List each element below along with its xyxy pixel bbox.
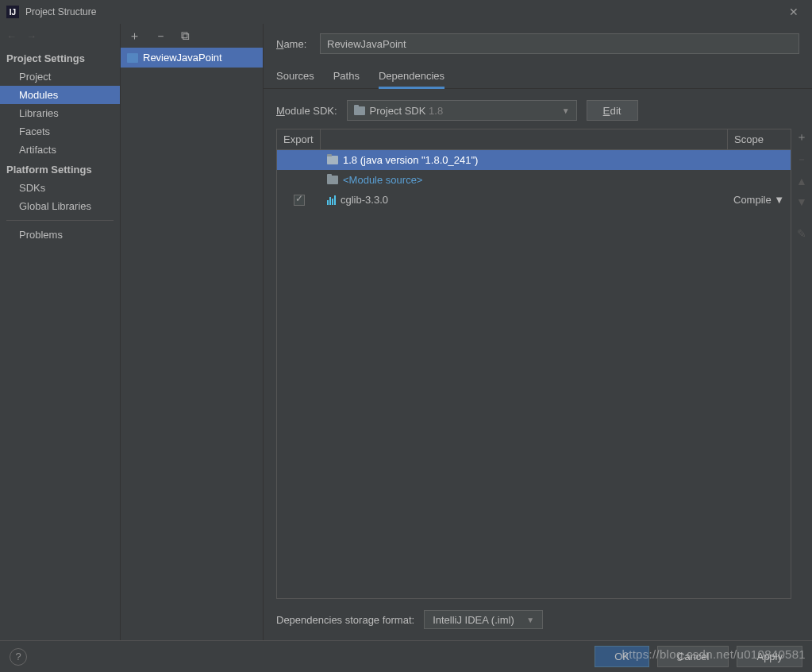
forward-icon[interactable]: →: [26, 30, 37, 42]
sidebar-item-project[interactable]: Project: [0, 68, 120, 86]
module-list-panel: ＋ － ⧉ ReviewJavaPoint: [121, 24, 264, 640]
tab-paths[interactable]: Paths: [333, 65, 360, 88]
sidebar-item-artifacts[interactable]: Artifacts: [0, 141, 120, 159]
folder-icon: [354, 106, 365, 115]
module-name-input[interactable]: [320, 33, 799, 54]
sdk-value: Project SDK 1.8: [370, 105, 557, 117]
sidebar-item-sdks[interactable]: SDKs: [0, 179, 120, 197]
module-sdk-select[interactable]: Project SDK 1.8 ▼: [347, 100, 577, 121]
sidebar-item-modules[interactable]: Modules: [0, 86, 120, 104]
name-label: Name:: [276, 38, 312, 50]
dep-row-source[interactable]: <Module source>: [277, 170, 791, 190]
dep-label: 1.8 (java version "1.8.0_241"): [343, 154, 478, 166]
add-dep-icon[interactable]: ＋: [796, 130, 807, 145]
storage-label: Dependencies storage format:: [276, 614, 414, 626]
tab-dependencies[interactable]: Dependencies: [379, 65, 444, 88]
remove-dep-icon[interactable]: －: [796, 153, 807, 167]
tab-sources[interactable]: Sources: [276, 65, 314, 88]
folder-icon: [327, 176, 338, 184]
edit-dep-icon[interactable]: ✎: [797, 227, 806, 240]
nav-arrows: ← →: [0, 24, 120, 48]
module-label: ReviewJavaPoint: [143, 52, 222, 64]
header-export[interactable]: Export: [277, 129, 321, 149]
chevron-down-icon: ▼: [562, 106, 570, 115]
table-header: Export Scope: [277, 129, 791, 150]
module-icon: [127, 53, 138, 63]
export-checkbox[interactable]: [294, 195, 305, 206]
edit-sdk-button[interactable]: Edit: [587, 100, 638, 121]
library-icon: [327, 195, 336, 205]
dep-row-lib[interactable]: cglib-3.3.0 Compile ▼: [277, 190, 791, 210]
section-platform-settings: Platform Settings: [0, 159, 120, 179]
dialog-footer: ? OK Cancel Apply: [0, 640, 812, 672]
ok-button[interactable]: OK: [595, 646, 649, 667]
close-icon[interactable]: ✕: [782, 6, 806, 18]
dep-label: <Module source>: [343, 174, 422, 186]
section-project-settings: Project Settings: [0, 48, 120, 68]
remove-module-icon[interactable]: －: [155, 29, 167, 44]
storage-value: IntelliJ IDEA (.iml): [433, 614, 514, 626]
help-button[interactable]: ?: [10, 648, 27, 666]
scope-select[interactable]: Compile ▼: [727, 192, 791, 207]
dep-row-sdk[interactable]: 1.8 (java version "1.8.0_241"): [277, 150, 791, 170]
back-icon[interactable]: ←: [6, 30, 17, 42]
sidebar-item-facets[interactable]: Facets: [0, 122, 120, 141]
move-up-icon[interactable]: ▲: [796, 175, 807, 187]
sidebar-item-problems[interactable]: Problems: [0, 226, 120, 244]
module-item[interactable]: ReviewJavaPoint: [121, 48, 263, 68]
sdk-label: Module SDK:: [276, 105, 337, 117]
sidebar-item-libraries[interactable]: Libraries: [0, 104, 120, 122]
module-detail: Name: Sources Paths Dependencies Module …: [264, 24, 812, 640]
apply-button[interactable]: Apply: [737, 646, 802, 667]
window-title: Project Structure: [25, 6, 782, 17]
storage-format-select[interactable]: IntelliJ IDEA (.iml) ▼: [424, 610, 543, 629]
add-module-icon[interactable]: ＋: [129, 29, 140, 44]
module-toolbar: ＋ － ⧉: [121, 24, 263, 48]
settings-sidebar: ← → Project Settings Project Modules Lib…: [0, 24, 121, 640]
move-down-icon[interactable]: ▼: [796, 195, 807, 208]
header-name: [321, 129, 727, 149]
divider: [6, 220, 114, 221]
module-tabs: Sources Paths Dependencies: [264, 60, 812, 89]
titlebar: IJ Project Structure ✕: [0, 0, 812, 24]
dep-label: cglib-3.3.0: [341, 194, 388, 206]
chevron-down-icon: ▼: [526, 616, 534, 624]
dependencies-table: Export Scope 1.8 (java version "1.8.0_24…: [276, 129, 791, 599]
deps-side-tools: ＋ － ▲ ▼ ✎: [791, 129, 812, 599]
app-icon: IJ: [6, 6, 19, 18]
folder-icon: [327, 156, 338, 164]
copy-module-icon[interactable]: ⧉: [181, 29, 190, 43]
sidebar-item-global-libraries[interactable]: Global Libraries: [0, 197, 120, 215]
header-scope[interactable]: Scope: [727, 129, 791, 149]
cancel-button[interactable]: Cancel: [657, 646, 729, 667]
chevron-down-icon: ▼: [774, 194, 784, 206]
